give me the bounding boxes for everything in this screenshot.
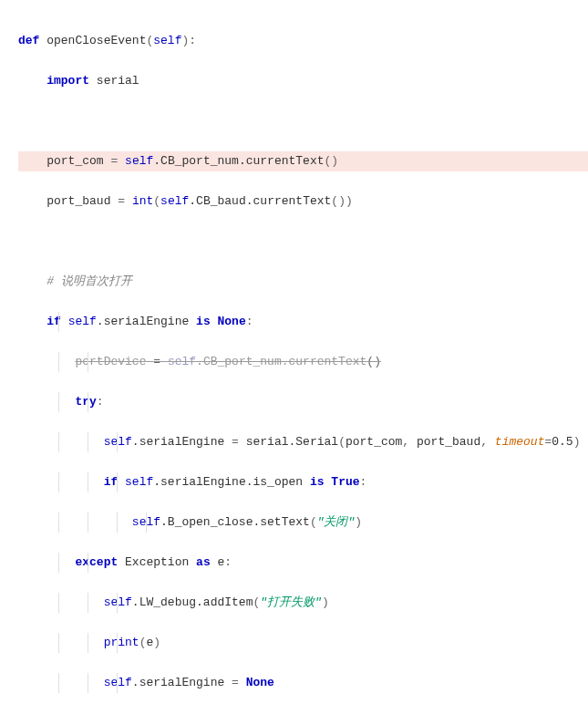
self-ref: self bbox=[125, 154, 153, 168]
attribute: .serialEngine bbox=[132, 676, 224, 689]
attribute: .LW_debug.addItem bbox=[132, 595, 253, 609]
code-line: if self.serialEngine.is_open is True: bbox=[18, 472, 588, 492]
code-line: self.LW_debug.addItem("打开失败") bbox=[18, 593, 588, 613]
true-literal: True bbox=[331, 475, 359, 489]
attribute: .B_open_close.setText bbox=[160, 515, 310, 529]
self-ref: self bbox=[168, 355, 196, 368]
keyword-import: import bbox=[46, 74, 89, 88]
keyword-def: def bbox=[18, 34, 39, 47]
operator: = bbox=[110, 154, 118, 168]
variable: port_baud bbox=[46, 194, 110, 208]
none-literal: None bbox=[218, 315, 246, 328]
code-line: portDevice = self.CB_port_num.currentTex… bbox=[18, 352, 588, 372]
attribute: .serialEngine bbox=[97, 315, 189, 328]
constructor: serial.Serial bbox=[246, 435, 338, 449]
param-self: self bbox=[153, 34, 181, 47]
code-line: import serial bbox=[18, 71, 588, 91]
code-line: except Exception as e: bbox=[18, 553, 588, 573]
builtin-int: int bbox=[132, 194, 153, 208]
none-literal: None bbox=[246, 676, 274, 689]
variable-struck: portDevice bbox=[75, 355, 146, 368]
operator: = bbox=[153, 355, 160, 368]
module-name: serial bbox=[97, 74, 139, 88]
arg: port_baud bbox=[417, 435, 480, 449]
string-literal: "关闭" bbox=[317, 515, 356, 529]
code-line bbox=[18, 232, 588, 252]
code-line: self.B_open_close.setText("关闭") bbox=[18, 512, 588, 533]
keyword-as: as bbox=[196, 555, 211, 569]
builtin-print: print bbox=[104, 636, 139, 649]
variable: port_com bbox=[46, 154, 103, 168]
code-line: # 说明首次打开 bbox=[18, 272, 588, 292]
kwarg-name: timeout bbox=[495, 435, 545, 449]
code-line: try: bbox=[18, 392, 588, 412]
keyword-try: try bbox=[75, 395, 96, 409]
attribute: .serialEngine.is_open bbox=[153, 475, 303, 489]
string-literal: "打开失败" bbox=[260, 595, 322, 609]
self-ref: self bbox=[104, 595, 132, 609]
function-name: openCloseEvent bbox=[46, 34, 146, 47]
keyword-is: is bbox=[196, 315, 211, 328]
self-ref: self bbox=[68, 315, 97, 328]
comment: # 说明首次打开 bbox=[46, 274, 132, 288]
code-line bbox=[18, 111, 588, 131]
operator: = bbox=[232, 435, 239, 449]
attribute: .serialEngine bbox=[132, 435, 224, 449]
attribute: .CB_port_num.currentText bbox=[153, 154, 324, 168]
keyword-if: if bbox=[104, 475, 119, 489]
operator: = bbox=[118, 194, 125, 208]
code-line: self.serialEngine = None bbox=[18, 673, 588, 693]
arg: port_com bbox=[346, 435, 402, 449]
code-line: if self.serialEngine is None: bbox=[18, 312, 588, 332]
code-line: port_baud = int(self.CB_baud.currentText… bbox=[18, 192, 588, 212]
self-ref: self bbox=[104, 435, 132, 449]
keyword-except: except bbox=[75, 555, 118, 569]
code-block: def openCloseEvent(self): import serial … bbox=[0, 0, 588, 704]
self-ref: self bbox=[125, 475, 153, 489]
code-line: def openCloseEvent(self): bbox=[18, 31, 588, 51]
code-line: print(e) bbox=[18, 633, 588, 653]
self-ref: self bbox=[160, 194, 189, 208]
attribute: .CB_port_num.currentText bbox=[196, 355, 366, 368]
operator: = bbox=[232, 676, 239, 689]
exception-type: Exception bbox=[125, 555, 189, 569]
self-ref: self bbox=[104, 676, 132, 689]
number: 0.5 bbox=[552, 435, 573, 449]
code-line-highlighted: port_com = self.CB_port_num.currentText(… bbox=[18, 151, 588, 171]
keyword-is: is bbox=[310, 475, 325, 489]
code-line: self.serialEngine = serial.Serial(port_c… bbox=[18, 432, 588, 452]
attribute: .CB_baud.currentText bbox=[189, 194, 331, 208]
